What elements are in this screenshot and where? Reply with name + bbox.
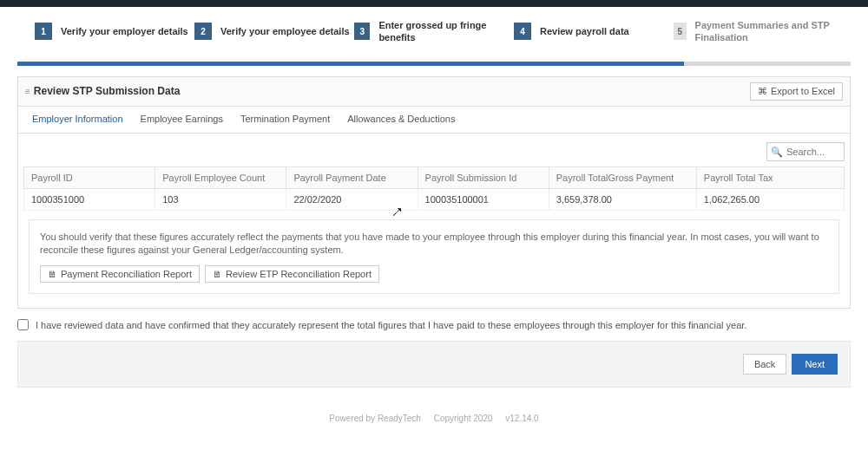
search-icon: 🔍 [771, 146, 783, 157]
progress-bar-fill [17, 62, 684, 66]
footer-credits: Powered by ReadyTech Copyright 2020 v12.… [0, 398, 868, 449]
powered-by: Powered by ReadyTech [329, 414, 421, 423]
step-5[interactable]: 5 Payment Summaries and STP Finalisation [674, 19, 833, 44]
confirm-row[interactable]: I have reviewed data and have confirmed … [17, 319, 851, 330]
tabs: Employer Information Employee Earnings T… [18, 107, 850, 134]
table-header-row: Payroll ID Payroll Employee Count Payrol… [24, 166, 845, 188]
col-employee-count[interactable]: Payroll Employee Count [155, 166, 286, 188]
col-total-tax[interactable]: Payroll Total Tax [696, 166, 844, 188]
payment-reconciliation-button[interactable]: 🗎 Payment Reconciliation Report [40, 265, 200, 283]
step-label: Verify your employee details [220, 25, 350, 37]
export-label: Export to Excel [771, 86, 835, 96]
review-panel: ≡ Review STP Submission Data ⌘ Export to… [17, 76, 851, 310]
step-num: 1 [35, 23, 52, 40]
step-label: Review payroll data [540, 25, 629, 37]
confirm-checkbox[interactable] [17, 319, 29, 330]
panel-title: Review STP Submission Data [34, 85, 181, 97]
col-payroll-id[interactable]: Payroll ID [24, 166, 155, 188]
report-icon: 🗎 [48, 269, 57, 279]
step-4[interactable]: 4 Review payroll data [514, 19, 674, 44]
step-num: 5 [674, 23, 687, 40]
copyright: Copyright 2020 [434, 414, 493, 423]
version: v12.14.0 [505, 414, 538, 423]
progress-bar-track [17, 62, 851, 66]
panel-header: ≡ Review STP Submission Data ⌘ Export to… [18, 77, 850, 107]
step-label: Payment Summaries and STP Finalisation [695, 19, 833, 44]
report-icon: 🗎 [213, 269, 222, 279]
tab-employee-earnings[interactable]: Employee Earnings [132, 107, 232, 133]
cell-payroll-id: 1000351000 [24, 188, 155, 210]
step-label: Verify your employer details [61, 25, 188, 37]
col-gross-payment[interactable]: Payroll TotalGross Payment [549, 166, 696, 188]
cell-submission-id: 100035100001 [418, 188, 549, 210]
tab-allowances-deductions[interactable]: Allowances & Deductions [339, 107, 464, 133]
etp-reconciliation-button[interactable]: 🗎 Review ETP Reconciliation Report [205, 265, 379, 283]
payroll-table: Payroll ID Payroll Employee Count Payrol… [23, 166, 845, 211]
cell-payment-date: 22/02/2020 [286, 188, 418, 210]
table-area: 🔍 Payroll ID Payroll Employee Count Payr… [18, 134, 850, 309]
next-button[interactable]: Next [792, 354, 838, 375]
col-payment-date[interactable]: Payroll Payment Date [286, 166, 418, 188]
step-2[interactable]: 2 Verify your employee details [194, 19, 354, 44]
etp-reconciliation-label: Review ETP Reconciliation Report [226, 269, 372, 279]
step-1[interactable]: 1 Verify your employer details [35, 19, 194, 44]
cell-gross-payment: 3,659,378.00 [549, 188, 696, 210]
cell-employee-count: 103 [155, 188, 286, 210]
col-submission-id[interactable]: Payroll Submission Id [418, 166, 549, 188]
table-row[interactable]: 1000351000 103 22/02/2020 100035100001 3… [24, 188, 845, 210]
footer-bar: Back Next [17, 341, 851, 388]
tab-employer-information[interactable]: Employer Information [23, 107, 132, 133]
step-num: 2 [194, 23, 212, 40]
search-box: 🔍 [766, 142, 845, 161]
step-num: 4 [514, 23, 531, 40]
confirm-label: I have reviewed data and have confirmed … [36, 320, 746, 330]
payment-reconciliation-label: Payment Reconciliation Report [61, 269, 192, 279]
export-icon: ⌘ [758, 86, 767, 97]
note-panel: You should verify that these figures acc… [29, 219, 839, 295]
drag-handle-icon[interactable]: ≡ [25, 87, 29, 96]
export-excel-button[interactable]: ⌘ Export to Excel [750, 82, 843, 101]
step-label: Enter grossed up fringe benefits [378, 19, 514, 44]
cell-total-tax: 1,062,265.00 [696, 188, 844, 210]
back-button[interactable]: Back [743, 354, 786, 375]
step-3[interactable]: 3 Enter grossed up fringe benefits [354, 19, 514, 44]
stepper: 1 Verify your employer details 2 Verify … [0, 7, 868, 62]
app-topbar [0, 0, 868, 7]
step-num: 3 [354, 23, 370, 40]
note-text: You should verify that these figures acc… [40, 231, 828, 258]
tab-termination-payment[interactable]: Termination Payment [232, 107, 339, 133]
